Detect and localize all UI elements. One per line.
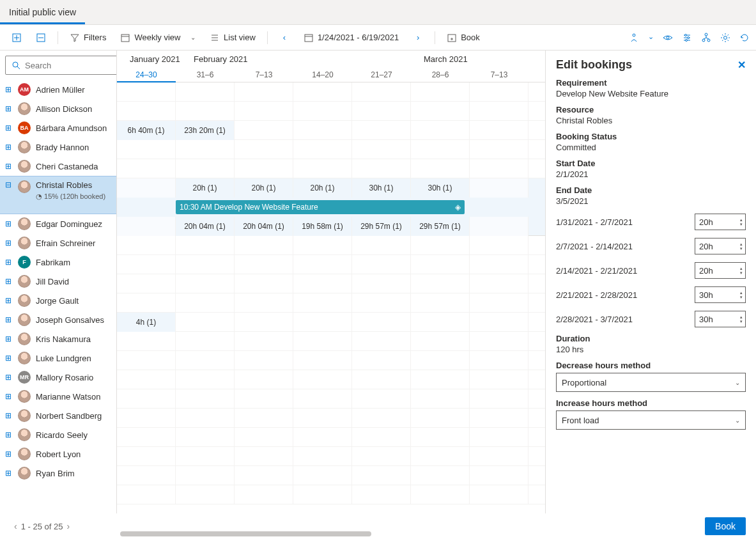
grid-cell[interactable] <box>411 82 470 102</box>
resource-row[interactable]: ⊞ Efrain Schreiner <box>0 233 116 253</box>
grid-row[interactable] <box>117 140 545 159</box>
grid-cell[interactable] <box>470 121 528 140</box>
grid-cell[interactable] <box>117 447 176 466</box>
grid-cell[interactable] <box>176 351 235 370</box>
grid-cell[interactable] <box>411 236 470 255</box>
expand-icon[interactable]: ⊞ <box>4 373 13 382</box>
grid-cell[interactable]: 20h (1) <box>176 178 235 198</box>
grid-cell[interactable] <box>293 428 352 447</box>
resource-row[interactable]: ⊞ Marianne Watson <box>0 387 116 406</box>
expand-icon[interactable]: ⊞ <box>4 162 13 171</box>
grid-cell[interactable] <box>293 102 352 121</box>
grid-cell[interactable] <box>411 428 470 447</box>
grid-cell[interactable] <box>117 332 176 351</box>
grid-cell[interactable] <box>235 485 293 504</box>
grid-cell[interactable] <box>352 236 411 255</box>
grid-cell[interactable] <box>470 370 528 389</box>
expand-icon[interactable]: ⊞ <box>4 238 13 247</box>
grid-cell[interactable]: 30h (1) <box>411 178 470 198</box>
grid-cell[interactable] <box>176 159 235 178</box>
grid-cell[interactable] <box>176 409 235 428</box>
grid-cell[interactable] <box>470 332 528 351</box>
grid-cell[interactable] <box>411 389 470 409</box>
grid-cell[interactable] <box>352 485 411 504</box>
expand-all-button[interactable] <box>6 30 27 45</box>
resource-row[interactable]: ⊞ Norbert Sandberg <box>0 406 116 425</box>
schedule-assistant-icon[interactable] <box>629 33 639 43</box>
close-panel-button[interactable]: ✕ <box>737 59 746 71</box>
grid-cell[interactable] <box>293 447 352 466</box>
grid-cell[interactable] <box>411 351 470 370</box>
grid-cell[interactable] <box>411 447 470 466</box>
spinner-down-icon[interactable]: ▾ <box>740 270 743 275</box>
pager-next-button[interactable]: › <box>63 521 73 531</box>
grid-cell[interactable] <box>176 82 235 102</box>
grid-cell[interactable] <box>352 255 411 274</box>
grid-cell[interactable] <box>470 217 528 236</box>
grid-cell[interactable] <box>470 159 528 178</box>
grid-row[interactable] <box>117 236 545 255</box>
grid-cell[interactable] <box>176 236 235 255</box>
grid-cell[interactable] <box>235 293 293 313</box>
resource-row[interactable]: ⊟ Christal Robles ◔ 15% (120h booked) <box>0 176 116 214</box>
grid-cell[interactable] <box>176 428 235 447</box>
search-input[interactable] <box>5 56 117 75</box>
grid-cell[interactable]: 29h 57m (1) <box>352 217 411 236</box>
grid-cell[interactable] <box>235 121 293 140</box>
grid-cell[interactable] <box>235 428 293 447</box>
grid-cell[interactable] <box>411 313 470 332</box>
grid-cell[interactable] <box>117 178 176 198</box>
collapse-all-button[interactable] <box>31 30 51 45</box>
expand-icon[interactable]: ⊞ <box>4 296 13 305</box>
grid-cell[interactable] <box>293 121 352 140</box>
grid-cell[interactable] <box>411 293 470 313</box>
hours-spinner[interactable]: 30h▴▾ <box>695 311 746 327</box>
grid-cell[interactable] <box>235 102 293 121</box>
date-range-picker[interactable]: 1/24/2021 - 6/19/2021 <box>298 30 404 45</box>
expand-icon[interactable]: ⊞ <box>4 411 13 420</box>
grid-cell[interactable] <box>117 82 176 102</box>
grid-cell[interactable] <box>293 409 352 428</box>
spinner-down-icon[interactable]: ▾ <box>740 319 743 324</box>
expand-icon[interactable]: ⊞ <box>4 104 13 113</box>
grid-cell[interactable] <box>117 159 176 178</box>
expand-icon[interactable]: ⊞ <box>4 430 13 439</box>
hours-spinner[interactable]: 20h▴▾ <box>695 238 746 254</box>
expand-icon[interactable]: ⊞ <box>4 315 13 324</box>
week-header[interactable]: 7–13 <box>235 67 293 82</box>
grid-cell[interactable] <box>117 485 176 504</box>
grid-row[interactable]: 4h (1) <box>117 313 545 332</box>
next-range-button[interactable]: › <box>408 30 428 45</box>
grid-cell[interactable] <box>117 370 176 389</box>
grid-cell[interactable] <box>176 447 235 466</box>
grid-row[interactable]: 20h (1)20h (1)20h (1)30h (1)30h (1)10:30… <box>117 178 545 236</box>
grid-cell[interactable] <box>117 466 176 485</box>
grid-cell[interactable] <box>352 428 411 447</box>
grid-cell[interactable] <box>470 102 528 121</box>
grid-cell[interactable] <box>470 236 528 255</box>
resource-row[interactable]: ⊞ AM Adrien Müller <box>0 80 116 99</box>
grid-row[interactable] <box>117 370 545 389</box>
week-header[interactable]: 7–13 <box>470 67 528 82</box>
resource-row[interactable]: ⊞ Robert Lyon <box>0 444 116 464</box>
week-header[interactable]: 14–20 <box>293 67 352 82</box>
grid-cell[interactable] <box>176 332 235 351</box>
grid-cell[interactable] <box>235 82 293 102</box>
grid-row[interactable]: 6h 40m (1)23h 20m (1) <box>117 121 545 140</box>
expand-icon[interactable]: ⊞ <box>4 277 13 286</box>
grid-cell[interactable] <box>293 293 352 313</box>
grid-cell[interactable] <box>235 466 293 485</box>
grid-row[interactable] <box>117 485 545 504</box>
grid-cell[interactable] <box>235 236 293 255</box>
grid-cell[interactable] <box>470 313 528 332</box>
grid-cell[interactable] <box>470 255 528 274</box>
spinner-up-icon[interactable]: ▴ <box>740 217 743 222</box>
grid-cell[interactable] <box>117 351 176 370</box>
spinner-up-icon[interactable]: ▴ <box>740 266 743 270</box>
week-header[interactable]: 21–27 <box>352 67 411 82</box>
grid-cell[interactable] <box>470 140 528 159</box>
grid-cell[interactable] <box>293 140 352 159</box>
gear-icon[interactable] <box>720 33 730 43</box>
sliders-icon[interactable] <box>682 33 692 43</box>
grid-cell[interactable] <box>117 217 176 236</box>
